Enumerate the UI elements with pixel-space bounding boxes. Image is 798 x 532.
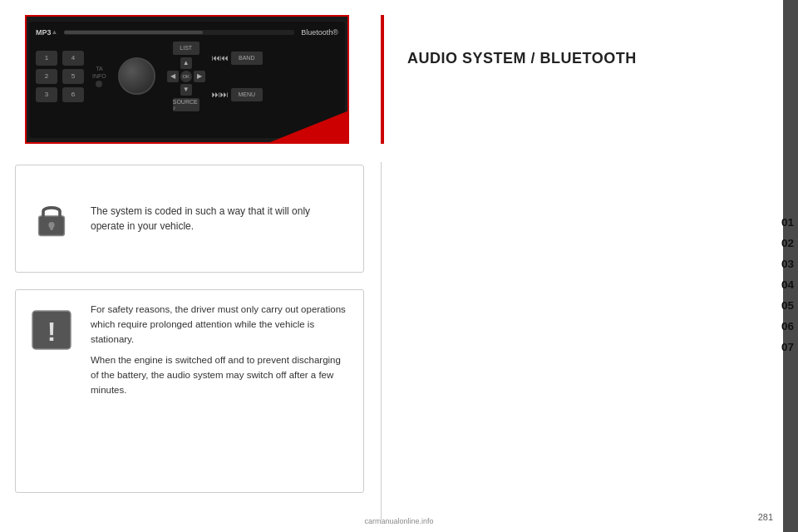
list-btn: LIST [173,42,200,55]
radio-panel: MP3 ▲ Bluetooth® 1 4 2 5 3 6 [29,22,345,138]
toc-row-05: 05 Using the telephone p. 296 [781,295,798,316]
toc-row-06: 06 Audio settings p. 304 [781,316,798,337]
ok-btn: OK [180,71,192,82]
btn-3: 3 [36,87,57,102]
source-btn: SOURCE ♪ [173,98,200,111]
watermark: carmanualonline.info [364,517,433,525]
svg-rect-2 [50,225,53,230]
toc-row-03: 03 Main menu p. 284 [781,254,798,274]
warning-icon: ! [28,307,74,352]
toc-row-faq: Frequently asked questions p. 309 [781,357,798,378]
warning-notice-box: ! For safety reasons, the driver must on… [15,289,364,493]
toc-num-02: 02 [781,237,798,249]
lock-notice-box: The system is coded in such a way that i… [15,165,364,273]
left-panel: MP3 ▲ Bluetooth® 1 4 2 5 3 6 [0,0,382,532]
toc-row-02: 02 Steering mounted controls p. 283 [781,233,798,254]
radio-image-box: MP3 ▲ Bluetooth® 1 4 2 5 3 6 [25,15,349,144]
page-number: 281 [758,512,773,522]
bluetooth-label: Bluetooth® [301,28,338,37]
btn-1: 1 [36,51,57,66]
btn-6: 6 [62,87,84,102]
mp3-label: MP3 [36,28,52,37]
toc-row-07: 07 Screen menu map p. 306 [781,337,798,357]
toc-num-04: 04 [781,278,798,291]
toc-num-03: 03 [781,258,798,270]
side-buttons: ⏮⏮ BAND ⏭⏭ MENU [212,52,263,101]
toc-num-01: 01 [781,216,798,229]
toc-num-07: 07 [781,341,798,353]
menu-btn: MENU [231,88,263,101]
toc-row-01: 01 First steps p. 282 [781,212,798,233]
toc-num-05: 05 [781,299,798,312]
red-accent-bar [381,15,384,144]
lock-icon [28,196,74,242]
toc-num-06: 06 [781,320,798,332]
page-title: AUDIO SYSTEM / BLUETOOTH [407,50,637,67]
right-panel: AUDIO SYSTEM / BLUETOOTH CONTENTS 01 Fir… [382,0,781,532]
btn-2: 2 [36,69,57,84]
warning-text: For safety reasons, the driver must only… [91,303,351,405]
band-btn: BAND [231,52,263,65]
toc-row-04: 04 Audio p. 285 [781,274,798,295]
svg-text:!: ! [47,317,56,347]
preset-buttons: 1 4 2 5 3 6 [36,51,86,102]
toc-table: 01 First steps p. 282 02 Steering mounte… [781,212,798,378]
btn-4: 4 [62,51,84,66]
lock-text: The system is coded in such a way that i… [91,204,310,234]
panel-divider [381,162,382,520]
volume-knob [118,57,155,95]
btn-5: 5 [62,69,84,84]
